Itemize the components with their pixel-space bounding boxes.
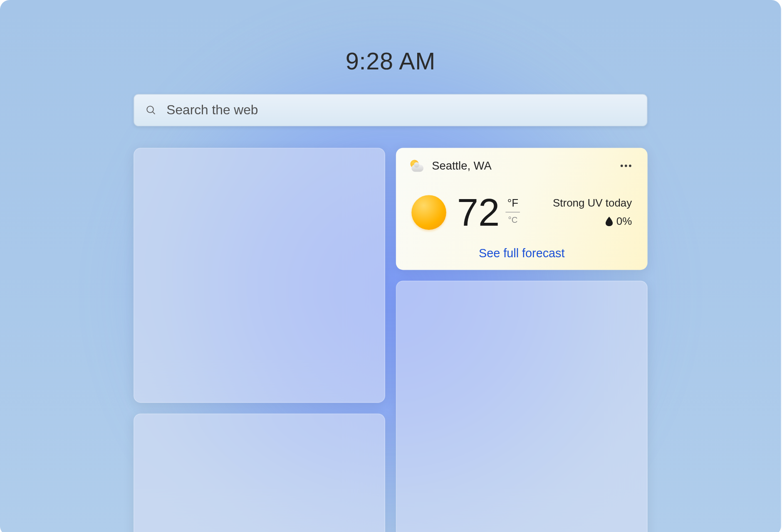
uv-warning: Strong UV today (553, 197, 632, 209)
svg-line-1 (153, 112, 155, 114)
temperature-unit-toggle[interactable]: °F °C (506, 193, 520, 224)
clock-time: 9:28 AM (134, 48, 648, 75)
unit-fahrenheit[interactable]: °F (507, 197, 518, 209)
search-placeholder: Search the web (166, 102, 258, 118)
sun-icon (411, 195, 446, 230)
svg-point-0 (147, 106, 153, 113)
unit-celsius[interactable]: °C (508, 214, 518, 224)
weather-app-icon (409, 159, 424, 173)
unit-divider (506, 212, 520, 212)
search-input[interactable]: Search the web (134, 94, 648, 126)
weather-location: Seattle, WA (432, 159, 491, 172)
raindrop-icon (606, 217, 613, 226)
see-full-forecast-link[interactable]: See full forecast (409, 246, 634, 260)
temperature-value: 72 (457, 193, 500, 231)
widget-placeholder[interactable] (134, 414, 385, 532)
widget-placeholder[interactable] (396, 281, 648, 532)
widget-placeholder[interactable] (134, 148, 385, 403)
weather-widget[interactable]: Seattle, WA 72 °F (396, 148, 648, 270)
more-options-button[interactable] (618, 160, 634, 172)
search-icon (145, 104, 157, 116)
precipitation-value: 0% (616, 215, 632, 228)
